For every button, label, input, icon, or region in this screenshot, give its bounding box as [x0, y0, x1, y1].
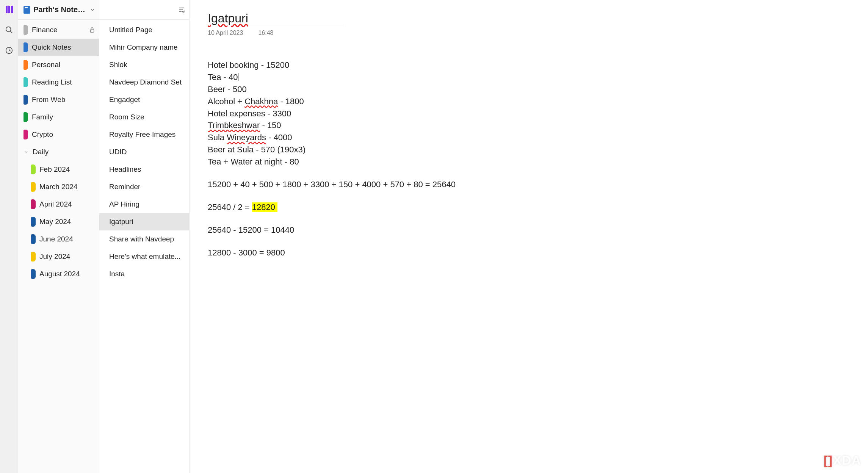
- sort-icon: [178, 6, 185, 14]
- section-label: Personal: [32, 61, 95, 69]
- section-item[interactable]: March 2024: [18, 178, 99, 196]
- section-label: Reading List: [32, 78, 95, 86]
- page-item[interactable]: Navdeep Diamond Set: [99, 74, 189, 91]
- page-item[interactable]: AP Hiring: [99, 196, 189, 213]
- sort-button[interactable]: [178, 6, 185, 14]
- section-label: From Web: [32, 96, 95, 104]
- note-line: Hotel expenses - 3300: [208, 108, 850, 120]
- note-half-line: 25640 / 2 = 12820: [208, 201, 850, 213]
- note-line: Sula Wineyards - 4000: [208, 132, 850, 144]
- page-item[interactable]: Share with Navdeep: [99, 230, 189, 248]
- section-item[interactable]: From Web: [18, 91, 99, 108]
- section-label: Crypto: [32, 130, 95, 139]
- note-line: Hotel booking - 15200: [208, 59, 850, 71]
- page-item[interactable]: Room Size: [99, 108, 189, 126]
- svg-rect-8: [90, 30, 94, 32]
- chevron-down-icon: [90, 7, 95, 13]
- section-label: March 2024: [39, 183, 95, 191]
- section-item[interactable]: Personal: [18, 56, 99, 74]
- note-title[interactable]: Igatpuri: [208, 11, 344, 27]
- page-item[interactable]: Shlok: [99, 56, 189, 74]
- section-label: Feb 2024: [39, 165, 95, 174]
- text-caret: [238, 73, 238, 81]
- note-line: Alcohol + Chakhna - 1800: [208, 96, 850, 108]
- section-color-tab: [24, 77, 28, 87]
- page-item[interactable]: Mihir Company name: [99, 39, 189, 56]
- section-item[interactable]: Feb 2024: [18, 161, 99, 178]
- page-item[interactable]: Insta: [99, 265, 189, 283]
- page-list: Untitled PageMihir Company nameShlokNavd…: [99, 20, 189, 283]
- section-label: June 2024: [39, 235, 95, 243]
- section-item[interactable]: July 2024: [18, 248, 99, 265]
- section-color-tab: [31, 234, 36, 244]
- note-canvas[interactable]: Igatpuri 10 April 2023 16:48 Hotel booki…: [190, 0, 868, 473]
- section-color-tab: [24, 60, 28, 70]
- section-item[interactable]: April 2024: [18, 196, 99, 213]
- section-item[interactable]: Reading List: [18, 74, 99, 91]
- page-item[interactable]: UDID: [99, 143, 189, 161]
- note-line: Trimbkeshwar - 150: [208, 119, 850, 132]
- section-label: May 2024: [39, 218, 95, 226]
- onenote-logo-icon: [5, 5, 14, 14]
- search-icon: [5, 26, 13, 34]
- svg-rect-1: [8, 6, 10, 13]
- section-color-tab: [24, 95, 28, 105]
- note-body[interactable]: Hotel booking - 15200 Tea - 40 Beer - 50…: [208, 59, 850, 259]
- section-group[interactable]: Daily: [18, 143, 99, 161]
- section-color-tab: [31, 269, 36, 279]
- page-item[interactable]: Engadget: [99, 91, 189, 108]
- section-list: FinanceQuick NotesPersonalReading ListFr…: [18, 20, 99, 283]
- page-item[interactable]: Untitled Page: [99, 21, 189, 39]
- note-line: Beer - 500: [208, 83, 850, 96]
- recent-button[interactable]: [4, 45, 14, 55]
- section-label: Finance: [32, 26, 85, 34]
- section-color-tab: [31, 164, 36, 174]
- section-color-tab: [24, 130, 28, 139]
- section-label: August 2024: [39, 270, 95, 278]
- page-item[interactable]: Headlines: [99, 161, 189, 178]
- section-item[interactable]: August 2024: [18, 265, 99, 283]
- note-diff-line: 25640 - 15200 = 10440: [208, 224, 850, 236]
- note-diff-line: 12800 - 3000 = 9800: [208, 247, 850, 259]
- section-color-tab: [31, 199, 36, 209]
- pages-panel: Untitled PageMihir Company nameShlokNavd…: [99, 0, 190, 473]
- section-item[interactable]: Family: [18, 108, 99, 126]
- note-sum-line: 15200 + 40 + 500 + 1800 + 3300 + 150 + 4…: [208, 179, 850, 191]
- section-color-tab: [24, 42, 28, 52]
- notebook-picker[interactable]: Parth's Notebook: [18, 0, 99, 20]
- section-label: Family: [32, 113, 95, 121]
- section-label: Quick Notes: [32, 43, 95, 52]
- page-item[interactable]: Royalty Free Images: [99, 126, 189, 143]
- note-line: Tea + Water at night - 80: [208, 156, 850, 168]
- app-logo[interactable]: [4, 5, 14, 14]
- pages-header: [99, 0, 189, 20]
- chevron-down-icon: [24, 150, 29, 154]
- svg-rect-2: [11, 6, 13, 13]
- svg-line-4: [10, 31, 12, 33]
- page-item[interactable]: Igatpuri: [99, 213, 189, 230]
- note-date: 10 April 2023: [208, 30, 243, 36]
- notebook-icon: [24, 6, 30, 14]
- section-item[interactable]: Quick Notes: [18, 39, 99, 56]
- section-item[interactable]: June 2024: [18, 230, 99, 248]
- note-line: Beer at Sula - 570 (190x3): [208, 144, 850, 156]
- section-group-label: Daily: [33, 148, 95, 156]
- section-color-tab: [31, 252, 36, 262]
- section-item[interactable]: May 2024: [18, 213, 99, 230]
- section-color-tab: [31, 217, 36, 227]
- page-item[interactable]: Here's what emulate...: [99, 248, 189, 265]
- section-item[interactable]: Finance: [18, 21, 99, 39]
- notebook-title: Parth's Notebook: [33, 5, 87, 14]
- section-color-tab: [24, 25, 28, 35]
- section-color-tab: [24, 112, 28, 122]
- svg-point-3: [6, 27, 11, 32]
- section-item[interactable]: Crypto: [18, 126, 99, 143]
- note-time: 16:48: [258, 30, 273, 36]
- section-label: April 2024: [39, 200, 95, 208]
- app-rail: [0, 0, 18, 473]
- highlighted-value: 12820: [252, 202, 275, 212]
- note-title-text: Igatpuri: [208, 11, 248, 25]
- lock-icon: [89, 27, 95, 33]
- search-button[interactable]: [4, 25, 14, 35]
- page-item[interactable]: Reminder: [99, 178, 189, 196]
